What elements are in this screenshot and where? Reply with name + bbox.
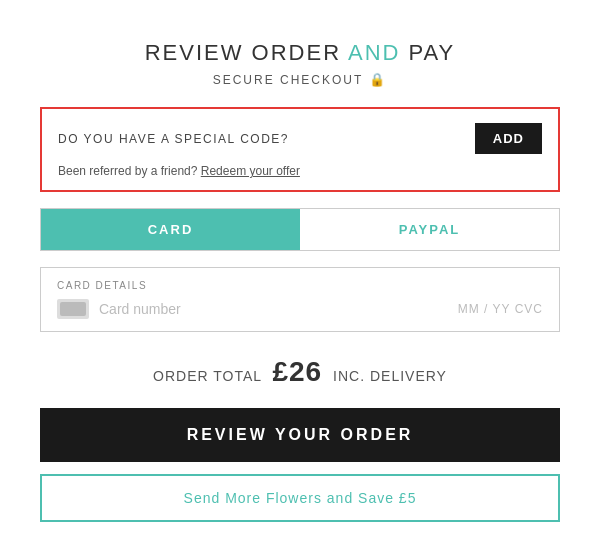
card-icon-inner bbox=[60, 302, 86, 316]
payment-tabs: CARD PAYPAL bbox=[40, 208, 560, 251]
card-details-label: CARD DETAILS bbox=[57, 280, 543, 291]
secure-checkout-row: SECURE CHECKOUT 🔒 bbox=[40, 72, 560, 87]
review-order-button[interactable]: REVIEW YOUR ORDER bbox=[40, 408, 560, 462]
order-total-label: ORDER TOTAL bbox=[153, 368, 262, 384]
order-total-suffix: INC. DELIVERY bbox=[333, 368, 447, 384]
card-number-placeholder-text: Card number bbox=[99, 301, 181, 317]
page-container: REVIEW ORDER AND PAY SECURE CHECKOUT 🔒 D… bbox=[0, 20, 600, 552]
special-code-row: DO YOU HAVE A SPECIAL CODE? ADD bbox=[58, 123, 542, 154]
referral-static-text: Been referred by a friend? bbox=[58, 164, 197, 178]
secure-checkout-label: SECURE CHECKOUT bbox=[213, 73, 364, 87]
add-code-button[interactable]: ADD bbox=[475, 123, 542, 154]
card-number-field[interactable]: Card number bbox=[57, 299, 181, 319]
page-title: REVIEW ORDER AND PAY bbox=[40, 40, 560, 66]
referral-text: Been referred by a friend? Redeem your o… bbox=[58, 164, 542, 178]
save-flowers-button[interactable]: Send More Flowers and Save £5 bbox=[40, 474, 560, 522]
card-input-row: Card number MM / YY CVC bbox=[57, 299, 543, 319]
card-brand-icon bbox=[57, 299, 89, 319]
tab-paypal[interactable]: PAYPAL bbox=[300, 209, 559, 250]
order-total-amount: £26 bbox=[272, 356, 322, 387]
card-meta-text: MM / YY CVC bbox=[458, 302, 543, 316]
title-part2: PAY bbox=[400, 40, 455, 65]
order-total-row: ORDER TOTAL £26 INC. DELIVERY bbox=[40, 356, 560, 388]
special-code-label: DO YOU HAVE A SPECIAL CODE? bbox=[58, 132, 289, 146]
special-code-box: DO YOU HAVE A SPECIAL CODE? ADD Been ref… bbox=[40, 107, 560, 192]
title-and: AND bbox=[348, 40, 400, 65]
card-details-box: CARD DETAILS Card number MM / YY CVC bbox=[40, 267, 560, 332]
title-part1: REVIEW ORDER bbox=[145, 40, 348, 65]
lock-icon: 🔒 bbox=[369, 72, 387, 87]
redeem-offer-link[interactable]: Redeem your offer bbox=[201, 164, 300, 178]
tab-card[interactable]: CARD bbox=[41, 209, 300, 250]
